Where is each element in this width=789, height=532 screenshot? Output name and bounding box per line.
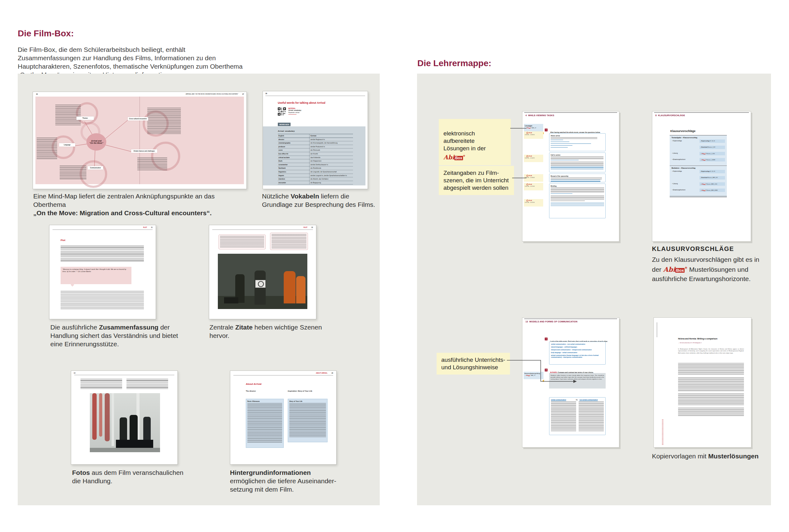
top-rule [524, 319, 617, 319]
download-chip: →AbiBox+ Klausur_I_LSG ☝ [699, 152, 725, 155]
klausur-panel: Textaufgabe – Klausurvorschlag • Kopierv… [670, 135, 727, 197]
film-still-photo [90, 393, 160, 452]
klausur-row: • Erwartungshorizont →AbiBox+ Klausur_ME… [670, 189, 727, 195]
vs-column-text [579, 402, 604, 431]
sideways-imprint-text [656, 323, 658, 338]
klausur-row-label: • Erwartungshorizont [672, 189, 685, 191]
film-marker: →FILM 0:16:50 – 0:18:40 [524, 174, 543, 182]
page-number: 11 [151, 227, 152, 228]
red-curtain [92, 393, 97, 440]
download-chip: →DownloadAbiBox+ Klausur_I_KV ☝ [699, 146, 725, 149]
mindmap-center-node: Arrival and “On the Move” [86, 133, 106, 151]
caption-vokabeln: Nützliche Vokabeln liefern die Grundlage… [262, 192, 377, 209]
plot-quote-box: “Memory is a strange thing. It doesn’t w… [60, 267, 131, 284]
knowledge-box-text [247, 403, 282, 443]
klausur-row: • Kopiervorlage →KopiervorlageAbiBox+ S.… [670, 170, 727, 176]
photo-figure [130, 415, 137, 443]
material-line1: Arrival: vocabulary [288, 110, 301, 112]
chapter-color-tab [662, 420, 663, 446]
vocab-table-row: score die Filmmusik [278, 149, 353, 152]
lehrermappe-heading: Die Lehrermappe: [417, 58, 491, 68]
pairs-box: verbal communication – non-verbal commun… [549, 342, 606, 365]
header-rule [265, 96, 365, 96]
page-number: 38 [265, 93, 267, 94]
pair-item: natural languages – artificial languages [551, 346, 604, 348]
themes-bullet-text [55, 104, 81, 125]
speech-bubble [218, 234, 266, 249]
question-text [551, 156, 604, 159]
download-chip: →KopiervorlageAbiBox+ S. 10–11 ☝ [699, 139, 725, 143]
film-marker-time: 0:09:45 – 0:14:25 [525, 157, 542, 159]
klausur-row-label: • Kopiervorlage [672, 171, 682, 172]
pair-item: body language – verbal communication [551, 352, 604, 354]
vocab-title: Useful words for talking about Arrival [278, 101, 325, 104]
essay-paragraph [678, 363, 744, 376]
photo-figure [120, 417, 127, 442]
material-code-text [288, 114, 296, 116]
mindmap-node-cross-cultural: Cross-cultural encounters [128, 117, 148, 120]
speech-bubble [270, 233, 308, 250]
hand-cursor-icon: ☝ [542, 380, 545, 382]
knowledge-box-title: Story of Your Life [289, 400, 326, 402]
klausur-row: • Lösung →AbiBox+ Klausur_MED_LSG ☝ [670, 182, 727, 189]
teacher-answer-box: Students collect features to more closel… [549, 373, 606, 388]
abibox-logo: AbiBox+ [701, 183, 706, 185]
film-box-heading: Die Film-Box: [18, 28, 74, 39]
download-chip: →AbiBox+ Klausur_I_EWH ☝ [699, 158, 725, 162]
kommunikation-margin-box: Kommunikationsprüfung →AbiBox+ SAB_73 ☝ [524, 372, 544, 379]
answer-text [551, 145, 572, 147]
cross-cultural-bullet-text [147, 108, 181, 134]
klausur-row-label: • Kopiervorlage [672, 140, 682, 141]
klausur-row-label: • Lösung [672, 152, 678, 154]
thumb-plot-page: PLOT 11 Plot “Memory is a strange thing.… [49, 225, 156, 319]
page-number: 14 [74, 372, 75, 374]
communication-bullet-text [60, 166, 86, 179]
download-chip: →AbiBox+ Klausur_MED_LSG ☝ [699, 182, 725, 186]
thumb-fotos-page: 14 [71, 370, 178, 464]
vs-columns [551, 402, 604, 431]
mindmap-node-communication: Communication [88, 166, 103, 170]
material-block: MATERIAL Arrival: vocabulary Keywords: a… [288, 108, 301, 116]
klausur-row: • →DownloadAbiBox+ Klausur_I_KV ☝ [670, 146, 727, 152]
running-header: ARRIVAL AND “ON THE MOVE: MIGRATION AND … [185, 93, 238, 95]
answer-text [551, 140, 563, 141]
knowledge-box-text [289, 403, 326, 437]
material-line2: Keywords: arrival [288, 112, 301, 114]
film-still-photo [218, 254, 307, 309]
running-header: PLOT [143, 227, 147, 228]
pair-item: interpersonal communication – intraperso… [551, 349, 604, 351]
abibox-logo: AbiBox+ [701, 153, 706, 154]
header-rule [74, 375, 174, 375]
curtain-fold [112, 393, 114, 446]
film-marker-time: 0:19:30 – 0:21:40 [525, 185, 542, 187]
pair-item: animal communication (human language is … [551, 355, 604, 358]
film-marker: →FILM 0:21:40 – 0:21:50 [524, 199, 543, 207]
abibox-logo: AbiBox+ [663, 266, 687, 273]
thumb-while-viewing-page: 4 WHILE-VIEWING TASKS Lösungen →AbiBox+ … [522, 111, 619, 242]
column-header-german: German [310, 134, 353, 138]
vs-table-box: verbal communication vs. non-verbal comm… [549, 397, 606, 435]
chapter-header: 13 MODELS AND FORMS OF COMMUNICATION [526, 321, 577, 323]
page-title: Klausurvorschläge [670, 130, 695, 133]
download-chip: →KopiervorlageAbiBox+ S. 12–13 ☝ [699, 170, 725, 173]
qr-code [278, 108, 286, 116]
photo-floor [90, 448, 160, 452]
caption-zitate: Zentrale Zitate heben wichtige Szenen he… [209, 323, 340, 340]
red-curtain [99, 393, 102, 437]
knowledge-box-story: Story of Your Life [288, 399, 328, 442]
question-text [551, 201, 585, 202]
abibox-logo: AbiBox+ [526, 375, 530, 376]
download-chip: →DownloadAbiBox+ Klausur_MED_KV ☝ [699, 176, 725, 179]
language-bullet-text [37, 138, 57, 159]
vocab-table-row: blurb der Klappentext [278, 159, 353, 163]
film-marker: →FILM 0:19:30 – 0:21:40 [524, 183, 543, 190]
question-text [551, 188, 604, 193]
film-marker-list: →FILM 0:03:40 – 0:06:50 →FILM 0:09:45 – … [524, 131, 543, 207]
vocab-table-row: director der/die Regisseur/-in [278, 138, 353, 141]
klausur-block-text: Zu den Klausurvorschlägen gibt es in der… [652, 255, 770, 283]
klausur-rows: • Kopiervorlage →KopiervorlageAbiBox+ S.… [670, 139, 727, 164]
question-text [551, 178, 602, 179]
answer-text [551, 180, 600, 182]
column-title-inspiration: Inspiration: Story of Your Life [288, 390, 312, 392]
essay-title: Helena and Hermia: Writing a comparison [678, 338, 717, 340]
